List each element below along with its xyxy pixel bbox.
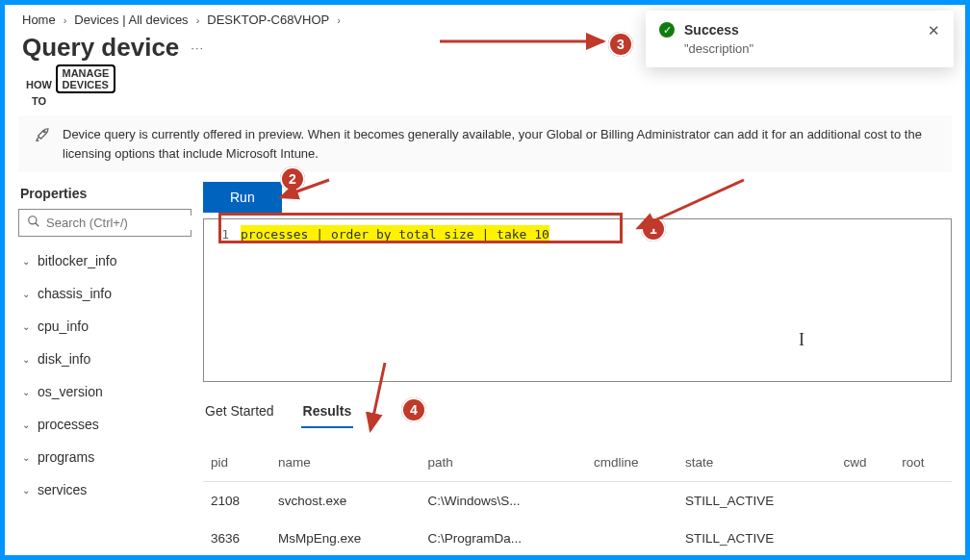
sidebar-item-label: bitlocker_info [38, 253, 117, 268]
search-input[interactable] [46, 216, 208, 230]
cell-cwd [836, 520, 895, 557]
col-name[interactable]: name [270, 447, 420, 482]
col-path[interactable]: path [420, 447, 586, 482]
tab-results[interactable]: Results [301, 399, 354, 428]
cell-cmdline [586, 482, 677, 521]
toast-title: Success [684, 22, 918, 38]
query-text[interactable]: processes | order by total_size | take 1… [241, 225, 549, 243]
sidebar-item-os-version[interactable]: ⌄os_version [18, 375, 191, 408]
col-state[interactable]: state [677, 447, 836, 482]
sidebar-item-label: os_version [38, 384, 103, 399]
cell-path: C:\Windows\S... [420, 482, 586, 521]
watermark-logo: HOW MANAGEDEVICES TO [26, 64, 115, 108]
sidebar-item-label: services [38, 482, 87, 497]
chevron-down-icon: ⌄ [22, 420, 30, 430]
sidebar-item-chassis-info[interactable]: ⌄chassis_info [18, 277, 191, 310]
col-cmdline[interactable]: cmdline [586, 447, 677, 482]
success-toast: ✓ Success ✕ "description" [646, 11, 954, 67]
rocket-icon [34, 125, 51, 163]
cell-pid: 3636 [203, 520, 270, 557]
crumb-device-name[interactable]: DESKTOP-C68VHOP [207, 13, 329, 27]
cell-state: STILL_ACTIVE [677, 520, 836, 557]
sidebar-item-label: processes [38, 417, 99, 432]
col-root[interactable]: root [894, 447, 952, 482]
col-pid[interactable]: pid [203, 447, 270, 482]
search-icon [27, 215, 40, 231]
chevron-down-icon: ⌄ [22, 289, 30, 299]
sidebar-item-services[interactable]: ⌄services [18, 473, 191, 506]
cell-cmdline [586, 520, 677, 557]
close-icon[interactable]: ✕ [928, 22, 940, 39]
col-cwd[interactable]: cwd [836, 447, 895, 482]
table-row[interactable]: 2108 svchost.exe C:\Windows\S... STILL_A… [203, 482, 952, 521]
cell-name: svchost.exe [270, 482, 420, 521]
preview-info-banner: Device query is currently offered in pre… [18, 115, 952, 172]
cell-root [894, 520, 952, 557]
svg-point-0 [43, 131, 45, 133]
sidebar-item-label: chassis_info [38, 286, 112, 301]
svg-line-2 [36, 223, 39, 227]
cell-path: C:\ProgramDa... [420, 520, 586, 557]
cell-root [894, 482, 952, 521]
sidebar-item-label: disk_info [38, 351, 90, 367]
sidebar-item-label: programs [38, 449, 94, 465]
chevron-down-icon: ⌄ [22, 321, 30, 332]
chevron-right-icon: › [64, 14, 67, 26]
cell-name: MsMpEng.exe [270, 520, 420, 557]
chevron-right-icon: › [196, 14, 200, 26]
chevron-down-icon: ⌄ [22, 485, 30, 496]
svg-point-1 [29, 216, 37, 224]
sidebar-item-processes[interactable]: ⌄processes [18, 408, 191, 441]
chevron-down-icon: ⌄ [22, 256, 30, 267]
chevron-down-icon: ⌄ [22, 387, 30, 397]
cell-pid: 2108 [203, 482, 270, 521]
toast-description: "description" [684, 41, 940, 56]
sidebar-item-label: cpu_info [38, 318, 89, 334]
sidebar-header: Properties [18, 182, 191, 209]
more-actions-icon[interactable]: ··· [191, 40, 204, 55]
sidebar-item-programs[interactable]: ⌄programs [18, 441, 191, 473]
text-cursor-icon: I [799, 330, 804, 350]
cell-state: STILL_ACTIVE [677, 482, 836, 521]
cell-cwd [836, 482, 895, 521]
crumb-home[interactable]: Home [22, 13, 56, 27]
chevron-right-icon: › [337, 14, 341, 26]
run-button[interactable]: Run [203, 182, 282, 213]
chevron-down-icon: ⌄ [22, 354, 30, 365]
search-input-wrapper[interactable] [18, 209, 191, 237]
sidebar-item-cpu-info[interactable]: ⌄cpu_info [18, 310, 191, 343]
sidebar-item-disk-info[interactable]: ⌄disk_info [18, 343, 191, 375]
check-circle-icon: ✓ [659, 22, 675, 38]
sidebar-item-bitlocker-info[interactable]: ⌄bitlocker_info [18, 244, 191, 277]
query-editor[interactable]: 1 processes | order by total_size | take… [203, 218, 952, 382]
chevron-down-icon: ⌄ [22, 452, 30, 463]
page-title: Query device [22, 33, 179, 63]
results-table: pid name path cmdline state cwd root 210… [203, 447, 952, 560]
tab-get-started[interactable]: Get Started [203, 399, 276, 428]
table-row[interactable]: 3636 MsMpEng.exe C:\ProgramDa... STILL_A… [203, 520, 952, 557]
banner-text: Device query is currently offered in pre… [63, 125, 936, 163]
crumb-devices[interactable]: Devices | All devices [74, 13, 188, 27]
line-number: 1 [204, 227, 241, 242]
properties-sidebar: Properties ⌄bitlocker_info ⌄chassis_info… [18, 182, 191, 560]
